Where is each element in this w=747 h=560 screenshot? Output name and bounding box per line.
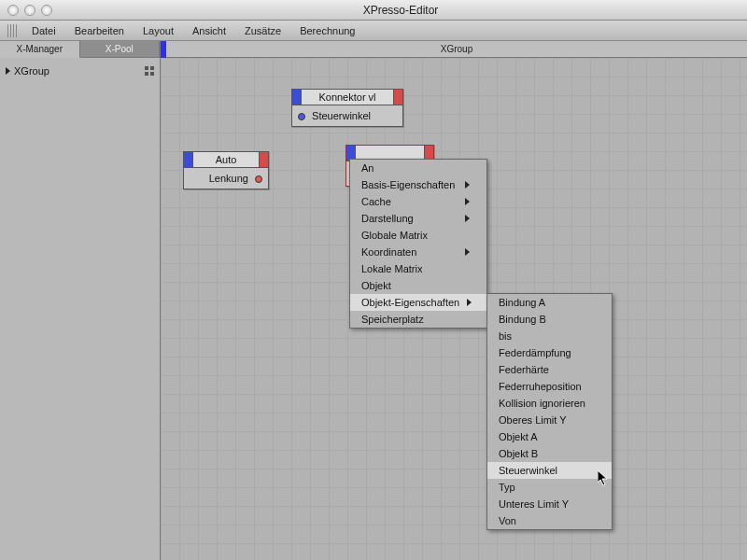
menu-item-label: Darstellung [361, 213, 414, 224]
window-title: XPresso-Editor [62, 4, 740, 17]
context-menu-item[interactable]: Globale Matrix [350, 227, 486, 244]
grip-icon[interactable] [7, 24, 17, 37]
sidebar-tabs: X-Manager X-Pool [0, 41, 160, 58]
menu-zusaetze[interactable]: Zusätze [235, 25, 290, 36]
context-menu[interactable]: AnBasis-EigenschaftenCacheDarstellungGlo… [349, 159, 487, 329]
chevron-right-icon [465, 181, 470, 189]
menu-bearbeiten[interactable]: Bearbeiten [65, 25, 134, 36]
menu-item-label: Kollision ignorieren [499, 398, 585, 409]
output-port-icon[interactable] [255, 175, 262, 183]
svg-rect-3 [150, 72, 154, 76]
menu-item-label: Objekt [361, 280, 391, 291]
node-port-row: Lenkung [190, 171, 262, 186]
canvas-area: XGroup Auto Lenkung [161, 41, 747, 560]
menu-item-label: Objekt-Eigenschaften [361, 297, 459, 308]
context-submenu-item[interactable]: Bindung B [487, 311, 612, 328]
context-submenu-item[interactable]: Federruheposition [487, 378, 612, 395]
context-submenu-item[interactable]: Steuerwinkel [487, 462, 612, 479]
sidebar: X-Manager X-Pool XGroup [0, 41, 161, 560]
menubar: Datei Bearbeiten Layout Ansicht Zusätze … [0, 21, 747, 41]
menu-item-label: Bindung B [499, 314, 546, 325]
menu-item-label: An [361, 162, 374, 174]
menu-item-label: Globale Matrix [361, 230, 428, 241]
disclosure-icon[interactable] [6, 67, 10, 75]
context-menu-item[interactable]: Objekt [350, 277, 486, 294]
menu-item-label: Koordinaten [361, 246, 416, 258]
menu-item-label: Objekt A [499, 431, 538, 442]
context-submenu-item[interactable]: Typ [487, 479, 612, 496]
context-submenu-item[interactable]: Objekt A [487, 428, 612, 445]
menu-item-label: Lokale Matrix [361, 263, 422, 274]
context-menu-item[interactable]: Speicherplatz [350, 311, 486, 328]
node-input-handle[interactable] [292, 90, 302, 105]
canvas-title: XGroup [166, 41, 747, 58]
chevron-right-icon [465, 215, 470, 222]
context-menu-item[interactable]: Lokale Matrix [350, 260, 486, 277]
menu-item-label: Steuerwinkel [499, 465, 557, 476]
context-submenu-item[interactable]: Objekt B [487, 445, 612, 462]
minimize-icon[interactable] [24, 5, 35, 16]
context-submenu-item[interactable]: Von [487, 512, 612, 529]
menu-item-label: Federdämpfung [499, 347, 571, 358]
menu-item-label: Basis-Eigenschaften [361, 179, 455, 190]
tab-x-pool[interactable]: X-Pool [80, 41, 161, 58]
canvas-header: XGroup [161, 41, 747, 58]
node-konnektor-vl[interactable]: Konnektor vl Steuerwinkel [291, 89, 403, 127]
menu-item-label: Federhärte [499, 364, 549, 375]
node-input-handle[interactable] [184, 152, 193, 167]
context-menu-item[interactable]: Basis-Eigenschaften [350, 176, 486, 193]
node-output-handle[interactable] [393, 90, 402, 105]
tab-x-manager[interactable]: X-Manager [0, 41, 80, 58]
menu-ansicht[interactable]: Ansicht [183, 25, 235, 36]
menu-item-label: Speicherplatz [361, 314, 424, 325]
sidebar-tree: XGroup [0, 58, 160, 84]
context-submenu-item[interactable]: Kollision ignorieren [487, 395, 612, 412]
context-menu-item[interactable]: Cache [350, 193, 486, 210]
titlebar: XPresso-Editor [0, 0, 747, 21]
node-title: Konnektor vl [302, 90, 393, 105]
node-port-row: Steuerwinkel [298, 108, 397, 123]
menu-item-label: Oberes Limit Y [499, 414, 567, 426]
menu-item-label: Unteres Limit Y [499, 498, 569, 510]
context-submenu-item[interactable]: Bindung A [487, 294, 612, 311]
context-menu-item[interactable]: Objekt-Eigenschaften [350, 294, 486, 311]
zoom-icon[interactable] [41, 5, 52, 16]
context-submenu-item[interactable]: Oberes Limit Y [487, 412, 612, 428]
grid-icon[interactable] [145, 66, 154, 76]
menu-item-label: Von [499, 515, 516, 526]
menu-item-label: Federruheposition [499, 381, 582, 392]
menu-item-label: Bindung A [499, 297, 545, 308]
port-label: Steuerwinkel [312, 110, 371, 121]
context-menu-item[interactable]: Darstellung [350, 210, 486, 227]
chevron-right-icon [467, 299, 472, 306]
menu-item-label: Typ [499, 482, 515, 493]
menu-layout[interactable]: Layout [134, 25, 183, 36]
node-canvas[interactable]: Auto Lenkung Konnekt [161, 58, 747, 560]
menu-item-label: bis [499, 330, 512, 342]
context-menu-item[interactable]: An [350, 160, 486, 176]
cursor-icon [598, 470, 609, 487]
close-icon[interactable] [7, 5, 19, 16]
node-auto[interactable]: Auto Lenkung [183, 151, 269, 189]
chevron-right-icon [465, 248, 470, 256]
context-submenu-item[interactable]: Unteres Limit Y [487, 496, 612, 512]
port-label: Lenkung [209, 173, 248, 184]
input-port-icon[interactable] [298, 113, 305, 120]
context-submenu-item[interactable]: Federhärte [487, 361, 612, 378]
window-controls [7, 5, 52, 16]
svg-rect-0 [145, 66, 148, 70]
context-menu-item[interactable]: Koordinaten [350, 244, 486, 260]
chevron-right-icon [465, 198, 470, 205]
menu-item-label: Objekt B [499, 448, 538, 459]
menu-berechnung[interactable]: Berechnung [290, 25, 364, 36]
menu-item-label: Cache [361, 196, 391, 207]
node-output-handle[interactable] [259, 152, 268, 167]
tree-item-xgroup[interactable]: XGroup [6, 63, 154, 78]
context-submenu-item[interactable]: bis [487, 328, 612, 344]
context-submenu[interactable]: Bindung ABindung BbisFederdämpfungFederh… [486, 293, 613, 530]
svg-rect-2 [145, 72, 148, 76]
context-submenu-item[interactable]: Federdämpfung [487, 344, 612, 361]
tree-item-label: XGroup [14, 65, 49, 77]
menu-datei[interactable]: Datei [22, 25, 65, 36]
node-title: Auto [193, 152, 259, 167]
